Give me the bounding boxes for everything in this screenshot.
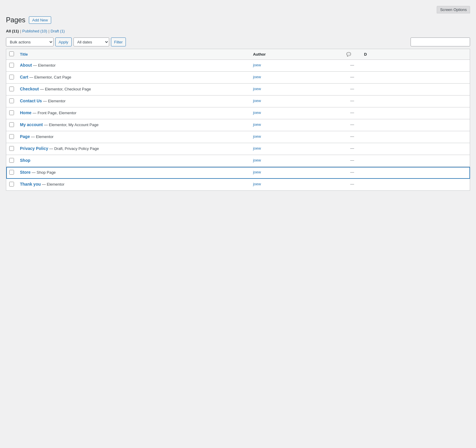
table-row: Checkout — Elementor, Checkout Pagejoew— <box>6 84 470 95</box>
row-title-cell: Cart — Elementor, Cart Page <box>17 72 250 84</box>
row-author-cell: joew <box>250 107 343 119</box>
comments-dash: — <box>350 122 354 127</box>
comments-dash: — <box>350 158 354 162</box>
author-link[interactable]: joew <box>253 110 261 115</box>
row-author-cell: joew <box>250 167 343 179</box>
col-header-date: D <box>361 49 470 60</box>
row-checkbox[interactable] <box>9 122 14 127</box>
filter-button[interactable]: Filter <box>111 37 126 46</box>
row-title-cell: Thank you — Elementor <box>17 179 250 191</box>
row-date-cell <box>361 167 470 179</box>
author-link[interactable]: joew <box>253 63 261 67</box>
table-row: Privacy Policy — Draft, Privacy Policy P… <box>6 143 470 155</box>
row-checkbox[interactable] <box>9 170 14 175</box>
page-title-link[interactable]: Page <box>20 134 30 139</box>
page-title-link[interactable]: Home <box>20 110 32 115</box>
page-title-link[interactable]: Store <box>20 170 31 175</box>
row-checkbox[interactable] <box>9 87 14 91</box>
sep1: | <box>20 29 21 33</box>
row-checkbox[interactable] <box>9 134 14 139</box>
row-checkbox[interactable] <box>9 158 14 163</box>
page-title-link[interactable]: Thank you <box>20 182 41 187</box>
comments-dash: — <box>350 146 354 151</box>
table-row: Store — Shop Pagejoew— <box>6 167 470 179</box>
comments-dash: — <box>350 63 354 67</box>
row-date-cell <box>361 119 470 131</box>
search-input[interactable] <box>411 37 470 46</box>
page-title-suffix: — Elementor, Checkout Page <box>39 87 91 91</box>
author-link[interactable]: joew <box>253 182 261 186</box>
comments-dash: — <box>350 134 354 139</box>
filter-draft-link[interactable]: Draft (1) <box>51 29 65 33</box>
row-author-cell: joew <box>250 60 343 72</box>
page-header: Pages Add New <box>6 16 470 24</box>
filter-published-link[interactable]: Published (10) <box>22 29 47 33</box>
table-row: Home — Front Page, Elementorjoew— <box>6 107 470 119</box>
col-header-author: Author <box>250 49 343 60</box>
row-checkbox[interactable] <box>9 146 14 151</box>
row-title-cell: Checkout — Elementor, Checkout Page <box>17 84 250 95</box>
row-title-cell: Shop <box>17 155 250 167</box>
row-checkbox-cell <box>6 131 17 143</box>
title-sort-link[interactable]: Title <box>20 52 28 57</box>
author-link[interactable]: joew <box>253 122 261 127</box>
col-header-checkbox <box>6 49 17 60</box>
filter-all-label[interactable]: All (11) <box>6 29 19 33</box>
row-comments-cell: — <box>343 131 361 143</box>
row-checkbox[interactable] <box>9 98 14 103</box>
row-checkbox[interactable] <box>9 110 14 115</box>
page-title-suffix: — Elementor <box>32 63 55 68</box>
page-title-link[interactable]: Checkout <box>20 87 39 91</box>
add-new-button[interactable]: Add New <box>29 16 51 24</box>
row-author-cell: joew <box>250 143 343 155</box>
row-title-cell: Store — Shop Page <box>17 167 250 179</box>
author-link[interactable]: joew <box>253 75 261 79</box>
row-title-cell: Contact Us — Elementor <box>17 95 250 107</box>
table-row: About — Elementorjoew— <box>6 60 470 72</box>
comments-dash: — <box>350 110 354 115</box>
row-checkbox[interactable] <box>9 63 14 68</box>
pages-table: Title Author 💬 D About — Elementorjoew—C… <box>6 49 470 191</box>
page-title-link[interactable]: Cart <box>20 75 28 79</box>
author-link[interactable]: joew <box>253 98 261 103</box>
author-link[interactable]: joew <box>253 158 261 162</box>
row-title-cell: Home — Front Page, Elementor <box>17 107 250 119</box>
row-author-cell: joew <box>250 119 343 131</box>
page-title-link[interactable]: About <box>20 63 32 68</box>
author-link[interactable]: joew <box>253 87 261 91</box>
page-title: Pages <box>6 16 25 24</box>
row-checkbox[interactable] <box>9 182 14 187</box>
bulk-actions-select[interactable]: Bulk actions Edit Move to Trash <box>6 37 54 46</box>
author-link[interactable]: joew <box>253 146 261 151</box>
page-title-link[interactable]: Privacy Policy <box>20 146 48 151</box>
row-comments-cell: — <box>343 179 361 191</box>
apply-button[interactable]: Apply <box>55 37 72 46</box>
row-title-cell: Page — Elementor <box>17 131 250 143</box>
author-link[interactable]: joew <box>253 134 261 139</box>
page-title-link[interactable]: Shop <box>20 158 30 163</box>
screen-options-button[interactable]: Screen Options <box>437 6 470 13</box>
comments-dash: — <box>350 182 354 186</box>
author-link[interactable]: joew <box>253 170 261 174</box>
row-date-cell <box>361 95 470 107</box>
col-header-title: Title <box>17 49 250 60</box>
row-checkbox-cell <box>6 60 17 72</box>
row-comments-cell: — <box>343 107 361 119</box>
row-checkbox[interactable] <box>9 75 14 79</box>
row-comments-cell: — <box>343 167 361 179</box>
page-title-suffix: — Elementor, My Account Page <box>43 123 98 127</box>
row-date-cell <box>361 143 470 155</box>
sep2: | <box>48 29 49 33</box>
page-title-link[interactable]: My account <box>20 122 43 127</box>
date-filter-select[interactable]: All dates <box>73 37 109 46</box>
page-title-suffix: — Elementor <box>42 99 65 103</box>
row-comments-cell: — <box>343 95 361 107</box>
row-author-cell: joew <box>250 95 343 107</box>
row-checkbox-cell <box>6 119 17 131</box>
select-all-checkbox[interactable] <box>9 51 14 56</box>
col-header-comments: 💬 <box>343 49 361 60</box>
row-date-cell <box>361 131 470 143</box>
page-title-link[interactable]: Contact Us <box>20 98 42 103</box>
row-checkbox-cell <box>6 84 17 95</box>
row-checkbox-cell <box>6 107 17 119</box>
